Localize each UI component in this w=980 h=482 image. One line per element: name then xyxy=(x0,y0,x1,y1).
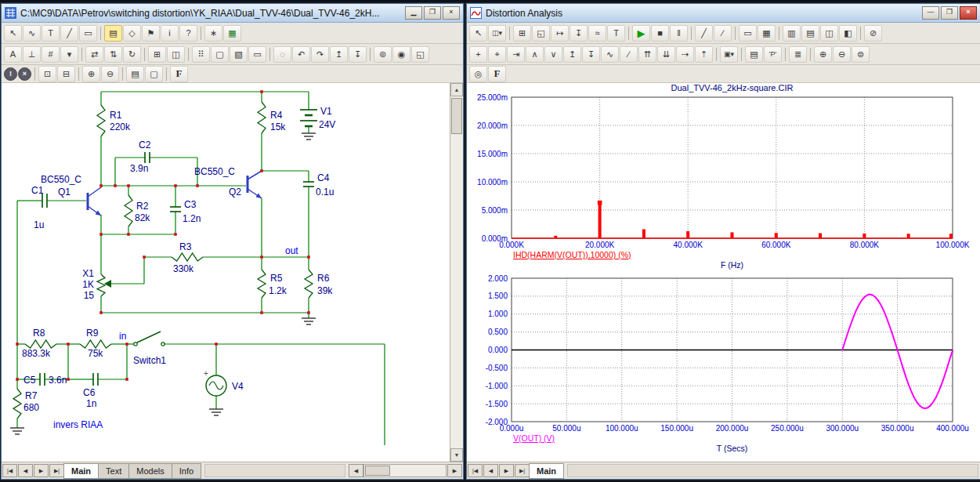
zoom-out-icon[interactable]: ⊖ xyxy=(101,66,119,82)
region-select-icon[interactable]: ◌ xyxy=(273,46,291,63)
sheet-icon[interactable]: ▭ xyxy=(248,46,266,63)
horizontal-tag-icon[interactable]: ↦ xyxy=(551,25,569,42)
down-level-icon[interactable]: ↧ xyxy=(349,46,367,63)
select-tool-icon[interactable]: ↖ xyxy=(469,25,487,42)
peak-icon[interactable]: ∧ xyxy=(526,46,544,63)
low-icon[interactable]: ↧ xyxy=(582,46,600,63)
waveform-dropdown-icon[interactable]: ▣▾ xyxy=(720,46,738,63)
component-label[interactable]: 3.9n xyxy=(130,163,148,174)
component-label[interactable]: 0.1u xyxy=(316,187,334,198)
plot-area[interactable]: 0.000m5.000m10.000m15.000m20.000m25.000m… xyxy=(467,83,980,462)
component-label[interactable]: 24V xyxy=(319,119,335,130)
tracker-icon[interactable]: ⌖ xyxy=(488,46,506,63)
component-label[interactable]: R9 xyxy=(86,328,99,339)
scroll-up-icon[interactable]: ▲ xyxy=(450,83,463,96)
copy-icon[interactable]: ⊡ xyxy=(38,66,56,82)
minimize-button[interactable]: ▁ xyxy=(405,6,422,20)
schematic-canvas[interactable]: +R1220kR415kV124VC23.9nBC550_CQ1BC550_CQ… xyxy=(2,83,450,462)
global-high-icon[interactable]: ⇈ xyxy=(638,46,656,63)
run-icon[interactable]: ▶ xyxy=(632,25,650,42)
panel-mixed-icon[interactable]: ◧ xyxy=(839,25,857,42)
scroll-right-icon[interactable]: ▶ xyxy=(447,464,462,477)
pause-icon[interactable]: ‖ xyxy=(670,25,688,42)
component-label[interactable]: out xyxy=(285,245,298,256)
find-next-icon[interactable]: ◉ xyxy=(392,46,410,63)
component-label[interactable]: 1.2n xyxy=(183,213,201,224)
rotate-icon[interactable]: ↻ xyxy=(123,46,141,63)
cursor-tool-icon[interactable]: + xyxy=(469,46,487,63)
component-label[interactable]: 883.3k xyxy=(22,348,51,359)
vertical-scroll-track[interactable] xyxy=(450,96,463,448)
step-box-icon[interactable]: ⊞ xyxy=(148,46,166,63)
tab-main[interactable]: Main xyxy=(529,463,564,479)
font-icon[interactable]: F xyxy=(170,66,188,82)
component-label[interactable]: BC550_C xyxy=(41,174,81,185)
panel-left-icon[interactable]: ▥ xyxy=(783,25,801,42)
zoom-out-icon[interactable]: ⊖ xyxy=(833,46,851,63)
pin-icon[interactable]: ⊥ xyxy=(23,46,41,63)
slope-icon[interactable]: ∕ xyxy=(620,46,638,63)
component-label[interactable]: R2 xyxy=(136,201,149,212)
component-label[interactable]: 3.6n xyxy=(49,375,67,386)
component-label[interactable]: 330k xyxy=(173,263,194,274)
component-label[interactable]: R4 xyxy=(270,110,283,121)
component-label[interactable]: R5 xyxy=(270,273,283,284)
component-label[interactable]: Switch1 xyxy=(133,355,166,366)
restore-button[interactable]: ❐ xyxy=(424,6,441,20)
waveform-legend[interactable]: IHD(HARM(V(OUT)),10000) (%) xyxy=(513,250,631,259)
p-key-icon[interactable]: 'P' xyxy=(764,46,782,63)
query-icon[interactable]: ◱ xyxy=(411,46,429,63)
attribute-text-icon[interactable]: A xyxy=(4,46,22,63)
next-tab-button[interactable]: ▶ xyxy=(499,464,514,477)
normalize-icon[interactable]: ≣ xyxy=(789,46,807,63)
global-low-icon[interactable]: ⇊ xyxy=(657,46,675,63)
note-icon[interactable]: ▤ xyxy=(104,25,122,42)
text-tool-icon[interactable]: T xyxy=(607,25,625,42)
component-label[interactable]: V4 xyxy=(232,381,244,392)
inflection-icon[interactable]: ∿ xyxy=(601,46,619,63)
component-label[interactable]: 1.2k xyxy=(269,285,287,296)
tab-models[interactable]: Models xyxy=(128,463,172,479)
horizontal-scroll-track[interactable] xyxy=(363,464,447,477)
component-label[interactable]: C6 xyxy=(83,387,96,398)
next-point-icon[interactable]: ⇥ xyxy=(507,46,525,63)
component-label[interactable]: R1 xyxy=(110,110,122,121)
maximize-button[interactable]: ❐ xyxy=(941,6,958,20)
select-tool-icon[interactable]: ↖ xyxy=(4,25,22,42)
valley-icon[interactable]: ∨ xyxy=(544,46,562,63)
high-icon[interactable]: ↥ xyxy=(563,46,581,63)
grid-icon[interactable]: ⠿ xyxy=(192,46,210,63)
horizontal-scroll-thumb[interactable] xyxy=(365,466,390,476)
component-label[interactable]: C2 xyxy=(139,140,151,150)
help-mode-icon[interactable]: ? xyxy=(179,25,197,42)
redo-icon[interactable]: ↷ xyxy=(311,46,329,63)
component-label[interactable]: Q1 xyxy=(58,187,71,198)
close-button[interactable]: × xyxy=(960,6,977,20)
go-to-x-icon[interactable]: ⇢ xyxy=(676,46,694,63)
go-to-y-icon[interactable]: ⇡ xyxy=(695,46,713,63)
component-label[interactable]: 1K xyxy=(82,279,94,290)
text-tool-icon[interactable]: T xyxy=(42,25,60,42)
border-icon[interactable]: ▢ xyxy=(211,46,229,63)
close-button[interactable]: × xyxy=(443,6,460,20)
panel-cols-icon[interactable]: ◫ xyxy=(820,25,838,42)
stop-icon[interactable]: ■ xyxy=(651,25,669,42)
node-number-icon[interactable]: # xyxy=(42,46,60,63)
component-label[interactable]: 82k xyxy=(135,212,150,223)
font-icon[interactable]: F xyxy=(488,66,506,82)
component-icon[interactable]: ◇ xyxy=(123,25,141,42)
line-tool-icon[interactable]: ╱ xyxy=(695,25,713,42)
panel-icon[interactable]: ▤ xyxy=(126,66,144,82)
panel-rows-icon[interactable]: ▤ xyxy=(801,25,819,42)
limits-icon[interactable]: ⊞ xyxy=(513,25,531,42)
component-label[interactable]: C1 xyxy=(31,185,44,196)
tab-main[interactable]: Main xyxy=(63,463,99,479)
close-circle-icon[interactable]: × xyxy=(18,67,31,81)
grid-graph-icon[interactable]: ▦ xyxy=(758,25,776,42)
undo-icon[interactable]: ↶ xyxy=(292,46,310,63)
component-label[interactable]: 1n xyxy=(86,398,96,409)
zoom-in-icon[interactable]: ⊕ xyxy=(814,46,832,63)
horizontal-scrollbar[interactable]: ◀ ▶ xyxy=(348,462,462,479)
component-label[interactable]: C3 xyxy=(184,199,197,210)
component-label[interactable]: 1u xyxy=(34,219,44,230)
